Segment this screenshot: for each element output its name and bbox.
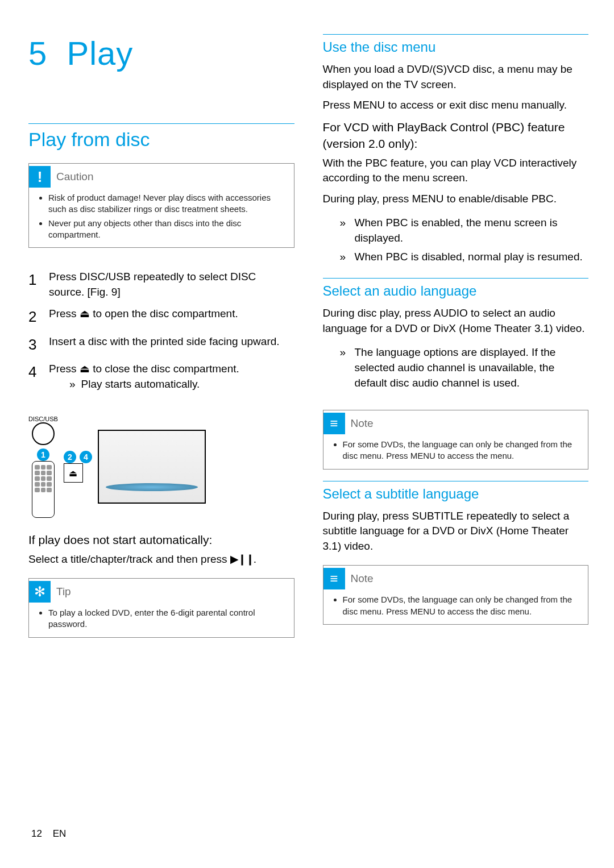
section-play-from-disc: Play from disc — [28, 123, 294, 151]
fig-callout-2: 2 — [64, 451, 76, 463]
note-icon — [323, 568, 345, 589]
note-item: For some DVDs, the language can only be … — [343, 439, 580, 462]
note-label: Note — [351, 572, 374, 585]
audio-bullet: The language options are displayed. If t… — [355, 345, 589, 391]
step-2: Press to open the disc compartment. — [28, 306, 294, 327]
discmenu-p2: Press MENU to access or exit disc menu m… — [323, 98, 589, 113]
step-4: Press to close the disc compartment. Pla… — [28, 362, 294, 392]
sub-subtitle-language: Select a subtitle language — [323, 481, 589, 502]
note-box-audio: Note For some DVDs, the language can onl… — [323, 410, 589, 470]
step-3: Insert a disc with the printed side faci… — [28, 334, 294, 355]
noauto-body: Select a title/chapter/track and then pr… — [28, 552, 294, 567]
play-pause-icon — [230, 553, 254, 565]
fig-callout-1: 1 — [37, 448, 49, 461]
subtitle-p1: During play, press SUBTITLE repeatedly t… — [323, 509, 589, 554]
discmenu-p4: With the PBC feature, you can play VCD i… — [323, 156, 589, 186]
note-item: For some DVDs, the language can only be … — [343, 594, 580, 617]
chapter-title: Play — [67, 35, 134, 72]
caution-icon — [29, 166, 51, 188]
caution-item: Never put any objects other than discs i… — [48, 218, 286, 241]
page-number: 12 — [31, 828, 42, 839]
caution-item: Risk of product damage! Never play discs… — [48, 192, 286, 215]
discmenu-p3: For VCD with PlayBack Control (PBC) feat… — [323, 119, 589, 152]
note-label: Note — [351, 417, 374, 430]
fig-callout-4: 4 — [80, 451, 92, 463]
discmenu-bullet: When PBC is enabled, the menu screen is … — [355, 215, 589, 246]
page-lang: EN — [53, 828, 67, 839]
page-footer: 12 EN — [31, 828, 66, 840]
fig-device-icon — [98, 430, 206, 504]
fig-label-discusb: DISC/USB — [28, 416, 58, 422]
caution-box: Caution Risk of product damage! Never pl… — [28, 163, 294, 248]
sub-audio-language: Select an audio language — [323, 278, 589, 299]
chapter-heading: 5 Play — [28, 34, 294, 72]
fig-discusb-button-icon — [32, 422, 55, 445]
eject-icon — [80, 308, 90, 319]
note-icon — [323, 413, 345, 434]
eject-icon — [80, 363, 90, 375]
audio-p1: During disc play, press AUDIO to select … — [323, 306, 589, 336]
step-1: Press DISC/USB repeatedly to select DISC… — [28, 269, 294, 300]
fig-eject-button-icon — [64, 463, 83, 483]
tip-label: Tip — [56, 585, 71, 598]
discmenu-p5: During play, press MENU to enable/disabl… — [323, 192, 589, 207]
sub-use-disc-menu: Use the disc menu — [323, 34, 589, 55]
steps-list: Press DISC/USB repeatedly to select DISC… — [28, 269, 294, 398]
step-4-result: Play starts automatically. — [49, 377, 239, 392]
discmenu-p1: When you load a DVD/(S)VCD disc, a menu … — [323, 62, 589, 92]
note-box-subtitle: Note For some DVDs, the language can onl… — [323, 565, 589, 625]
tip-item: To play a locked DVD, enter the 6-digit … — [48, 607, 286, 630]
chapter-number: 5 — [28, 35, 47, 72]
tip-icon — [29, 581, 51, 603]
tip-box: Tip To play a locked DVD, enter the 6-di… — [28, 578, 294, 638]
discmenu-bullet: When PBC is disabled, normal play is res… — [355, 250, 589, 265]
caution-label: Caution — [56, 171, 94, 183]
noauto-heading: If play does not start automatically: — [28, 531, 294, 548]
fig-remote-icon — [32, 461, 55, 518]
figure-9: DISC/USB 1 2 4 3 — [28, 416, 294, 518]
